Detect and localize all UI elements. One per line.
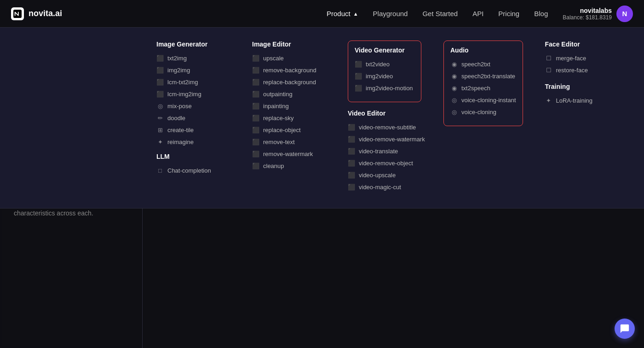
video-edit-icon: ⬛ — [348, 123, 355, 131]
dropdown-item-cleanup[interactable]: ⬛cleanup — [252, 162, 326, 169]
dropdown-item-txt2video[interactable]: ⬛txt2video — [355, 60, 414, 68]
tile-icon: ⊞ — [156, 126, 164, 133]
audio-icon: ◉ — [450, 60, 458, 68]
dropdown-face-training: Face Editor ☐merge-face ☐restore-face Tr… — [545, 41, 619, 195]
nav-product[interactable]: Product ▲ — [327, 10, 358, 17]
video-icon: ⬛ — [355, 84, 362, 92]
nav-get-started[interactable]: Get Started — [422, 10, 458, 17]
doodle-icon: ✏ — [156, 114, 164, 122]
dropdown-item-speech2txt-translate[interactable]: ◉speech2txt-translate — [450, 72, 516, 80]
image-icon: ⬛ — [156, 78, 164, 86]
inpaint-icon: ⬛ — [252, 102, 259, 110]
image-icon: ⬛ — [156, 66, 164, 74]
dropdown-item-txt2speech[interactable]: ◉txt2speech — [450, 84, 516, 92]
user-balance: Balance: $181.8319 — [563, 14, 612, 21]
dropdown-item-lcm-img2img[interactable]: ⬛lcm-img2img — [156, 90, 230, 98]
image-editor-title: Image Editor — [252, 41, 326, 48]
dropdown-item-video-magic-cut[interactable]: ⬛video-magic-cut — [348, 183, 421, 191]
face-icon: ☐ — [545, 66, 552, 74]
dropdown-item-video-remove-object[interactable]: ⬛video-remove-object — [348, 159, 421, 167]
user-info: novitalabs Balance: $181.8319 — [563, 7, 612, 21]
dropdown-item-video-remove-watermark[interactable]: ⬛video-remove-watermark — [348, 135, 421, 143]
dropdown-item-outpainting[interactable]: ⬛outpainting — [252, 90, 326, 98]
dropdown-item-inpainting[interactable]: ⬛inpainting — [252, 102, 326, 110]
training-icon: ✦ — [545, 97, 552, 104]
chat-bubble[interactable] — [615, 319, 635, 339]
video-edit-icon: ⬛ — [348, 183, 355, 191]
upscale-icon: ⬛ — [252, 54, 259, 62]
dropdown-item-img2video-motion[interactable]: ⬛img2video-motion — [355, 84, 414, 92]
dropdown-video-col: Video Generator ⬛txt2video ⬛img2video ⬛i… — [348, 41, 421, 195]
dropdown-item-mix-pose[interactable]: ◎mix-pose — [156, 102, 230, 110]
dropdown-item-replace-object[interactable]: ⬛replace-object — [252, 126, 326, 133]
cleanup-icon: ⬛ — [252, 162, 259, 169]
dropdown-item-lora-training[interactable]: ✦LoRA-training — [545, 97, 619, 104]
nav-pricing[interactable]: Pricing — [498, 10, 519, 17]
dropdown-item-img2video[interactable]: ⬛img2video — [355, 72, 414, 80]
dropdown-item-lcm-txt2img[interactable]: ⬛lcm-txt2img — [156, 78, 230, 86]
logo[interactable]: novita.ai — [11, 7, 62, 20]
watermark-icon: ⬛ — [252, 150, 259, 157]
face-editor-title: Face Editor — [545, 41, 619, 48]
object-icon: ⬛ — [252, 126, 259, 133]
nav-menu: Product ▲ Playground Get Started API Pri… — [327, 10, 548, 17]
dropdown-item-replace-sky[interactable]: ⬛replace-sky — [252, 114, 326, 122]
video-icon: ⬛ — [355, 60, 362, 68]
audio-icon: ◉ — [450, 72, 458, 80]
dropdown-image-generator: Image Generator ⬛txt2img ⬛img2img ⬛lcm-t… — [156, 41, 230, 195]
user-name: novitalabs — [563, 7, 612, 14]
dropdown-item-video-remove-subtitle[interactable]: ⬛video-remove-subtitle — [348, 123, 421, 131]
video-edit-icon: ⬛ — [348, 147, 355, 155]
dropdown-item-reimagine[interactable]: ✦reimagine — [156, 138, 230, 145]
dropdown-item-txt2img[interactable]: ⬛txt2img — [156, 54, 230, 62]
dropdown-item-remove-background[interactable]: ⬛remove-background — [252, 66, 326, 74]
dropdown-item-restore-face[interactable]: ☐restore-face — [545, 66, 619, 74]
dropdown-item-video-translate[interactable]: ⬛video-translate — [348, 147, 421, 155]
video-edit-icon: ⬛ — [348, 135, 355, 143]
sky-icon: ⬛ — [252, 114, 259, 122]
mega-dropdown: Image Generator ⬛txt2img ⬛img2img ⬛lcm-t… — [0, 28, 644, 209]
dropdown-item-img2img[interactable]: ⬛img2img — [156, 66, 230, 74]
dropdown-item-voice-cloning-instant[interactable]: ◎voice-cloning-instant — [450, 96, 516, 104]
dropdown-image-editor: Image Editor ⬛upscale ⬛remove-background… — [252, 41, 326, 195]
dropdown-item-video-upscale[interactable]: ⬛video-upscale — [348, 171, 421, 179]
video-generator-section: Video Generator ⬛txt2video ⬛img2video ⬛i… — [348, 41, 421, 102]
reimagine-icon: ✦ — [156, 138, 164, 145]
audio-title: Audio — [450, 46, 516, 54]
dropdown-item-doodle[interactable]: ✏doodle — [156, 114, 230, 122]
chevron-down-icon: ▲ — [353, 11, 358, 17]
video-generator-title: Video Generator — [355, 46, 414, 54]
nav-api[interactable]: API — [472, 10, 483, 17]
dropdown-item-chat-completion[interactable]: □Chat-completion — [156, 167, 230, 174]
training-title: Training — [545, 83, 619, 90]
video-icon: ⬛ — [355, 72, 362, 80]
dropdown-item-upscale[interactable]: ⬛upscale — [252, 54, 326, 62]
video-edit-icon: ⬛ — [348, 171, 355, 179]
logo-icon — [11, 7, 24, 20]
video-edit-icon: ⬛ — [348, 159, 355, 167]
nav-playground[interactable]: Playground — [373, 10, 408, 17]
outpaint-icon: ⬛ — [252, 90, 259, 98]
image-icon: ⬛ — [156, 54, 164, 62]
replace-bg-icon: ⬛ — [252, 78, 259, 86]
user-section: novitalabs Balance: $181.8319 N — [563, 6, 633, 22]
avatar[interactable]: N — [616, 6, 633, 22]
nav-blog[interactable]: Blog — [534, 10, 548, 17]
llm-title: LLM — [156, 153, 230, 160]
dropdown-item-merge-face[interactable]: ☐merge-face — [545, 54, 619, 62]
remove-bg-icon: ⬛ — [252, 66, 259, 74]
chat-icon: □ — [156, 167, 164, 174]
dropdown-item-replace-background[interactable]: ⬛replace-background — [252, 78, 326, 86]
navbar: novita.ai Product ▲ Playground Get Start… — [0, 0, 644, 28]
audio-icon: ◎ — [450, 96, 458, 104]
logo-text: novita.ai — [29, 9, 62, 18]
audio-icon: ◎ — [450, 108, 458, 116]
dropdown-item-create-tile[interactable]: ⊞create-tile — [156, 126, 230, 133]
dropdown-audio: Audio ◉speech2txt ◉speech2txt-translate … — [443, 41, 523, 195]
dropdown-item-speech2txt[interactable]: ◉speech2txt — [450, 60, 516, 68]
dropdown-item-remove-watermark[interactable]: ⬛remove-watermark — [252, 150, 326, 157]
video-editor-section: Video Editor ⬛video-remove-subtitle ⬛vid… — [348, 110, 421, 191]
dropdown-item-remove-text[interactable]: ⬛remove-text — [252, 138, 326, 145]
dropdown-item-voice-cloning[interactable]: ◎voice-cloning — [450, 108, 516, 116]
audio-icon: ◉ — [450, 84, 458, 92]
